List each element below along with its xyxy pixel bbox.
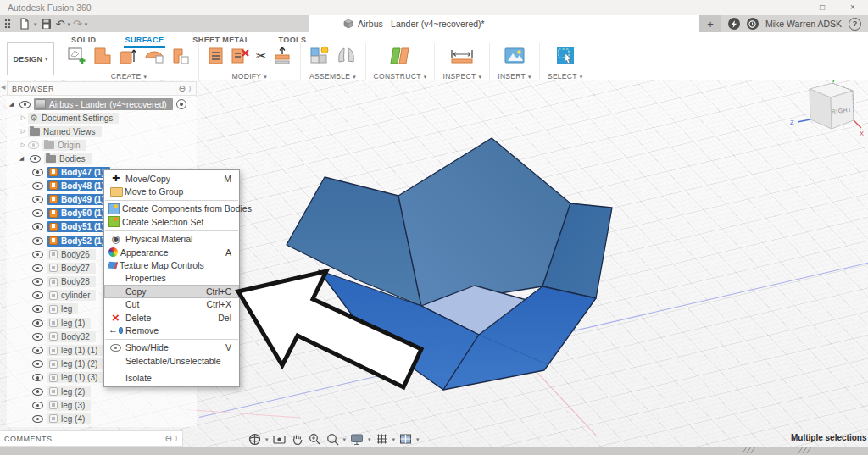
body-visibility-eye-icon[interactable]: [32, 182, 43, 190]
body-visibility-eye-icon[interactable]: [32, 264, 43, 272]
create-form-icon[interactable]: [92, 46, 113, 66]
viewports-caret[interactable]: ▾: [416, 436, 420, 442]
redo-caret[interactable]: ▾: [85, 21, 88, 27]
context-menu-item[interactable]: Appearance A: [104, 246, 239, 258]
close-button[interactable]: ×: [837, 0, 868, 15]
undo-icon[interactable]: ↶: [56, 19, 65, 30]
body-visibility-eye-icon[interactable]: [32, 237, 43, 245]
comments-chevron-icon[interactable]: ⟩: [175, 435, 178, 442]
workspace-selector[interactable]: DESIGN ▾: [7, 42, 54, 75]
group-label-inspect[interactable]: INSPECT▾: [442, 72, 481, 80]
context-menu-item[interactable]: Cut Ctrl+X: [104, 298, 239, 311]
tree-item-origin[interactable]: ▷ Origin: [7, 138, 197, 152]
collapse-icon[interactable]: ▷: [19, 114, 28, 121]
bodies-visibility-eye-icon[interactable]: [30, 155, 41, 163]
tree-root-row[interactable]: ◢ Airbus - Lander (v4~recovered): [7, 97, 197, 111]
notification-clock-icon[interactable]: [747, 18, 759, 30]
context-menu-item[interactable]: Move to Group: [104, 185, 239, 197]
body-visibility-eye-icon[interactable]: [32, 319, 43, 327]
sweep-icon[interactable]: [170, 46, 191, 66]
body-visibility-eye-icon[interactable]: [32, 305, 43, 313]
group-label-create[interactable]: CREATE▾: [111, 72, 147, 80]
context-menu-item[interactable]: Delete Del: [104, 311, 239, 324]
context-menu-item[interactable]: Isolate: [104, 371, 239, 384]
group-label-insert[interactable]: INSERT▾: [498, 72, 531, 80]
body-visibility-eye-icon[interactable]: [32, 209, 43, 217]
user-account-button[interactable]: Mike Warren ADSK: [765, 19, 842, 29]
body-visibility-eye-icon[interactable]: [32, 415, 43, 423]
thicken-icon[interactable]: [272, 45, 292, 67]
press-pull-icon[interactable]: [207, 46, 225, 66]
context-menu-item[interactable]: Show/Hide V: [104, 341, 239, 354]
app-grid-icon[interactable]: [2, 17, 15, 31]
body-visibility-eye-icon[interactable]: [32, 333, 43, 341]
tree-item-bodies[interactable]: ◢ Bodies: [7, 152, 197, 165]
root-visibility-eye-icon[interactable]: [19, 101, 31, 108]
revolve-icon[interactable]: [143, 46, 165, 66]
comments-minimize-icon[interactable]: ⊖: [164, 434, 172, 443]
group-label-construct[interactable]: CONSTRUCT▾: [374, 72, 427, 80]
extrude-icon[interactable]: [118, 45, 138, 67]
create-sketch-icon[interactable]: [67, 46, 87, 66]
group-label-select[interactable]: SELECT▾: [548, 72, 583, 80]
document-tab[interactable]: Airbus - Lander (v4~recovered)* ×: [309, 15, 715, 32]
origin-visibility-eye-icon[interactable]: [28, 141, 39, 149]
orbit-caret[interactable]: ▾: [265, 436, 269, 442]
context-menu-item[interactable]: Create Components from Bodies: [104, 203, 239, 215]
insert-image-icon[interactable]: [504, 46, 526, 66]
context-menu-item[interactable]: Copy Ctrl+C: [104, 285, 239, 297]
display-settings-caret[interactable]: ▾: [368, 436, 371, 442]
save-icon[interactable]: [40, 17, 53, 31]
context-menu-item[interactable]: Create Selection Set: [104, 215, 239, 228]
body-visibility-eye-icon[interactable]: [32, 402, 43, 409]
context-menu-item[interactable]: Texture Map Controls: [104, 258, 239, 271]
delete-face-icon[interactable]: [231, 46, 251, 66]
help-icon[interactable]: ?: [849, 18, 861, 31]
joint-icon[interactable]: [336, 45, 358, 67]
collapse-icon[interactable]: ▷: [19, 141, 28, 148]
tree-item-document-settings[interactable]: ▷ ⚙ Document Settings: [7, 111, 197, 125]
body-visibility-eye-icon[interactable]: [32, 374, 43, 381]
collapse-icon[interactable]: ▷: [19, 128, 28, 135]
job-status-icon[interactable]: [728, 18, 740, 30]
body-visibility-eye-icon[interactable]: [32, 347, 43, 354]
root-expand-icon[interactable]: ◢: [7, 101, 16, 108]
context-menu-item[interactable]: Remove: [104, 324, 239, 336]
tree-item-body[interactable]: leg (4): [7, 412, 197, 425]
group-label-modify[interactable]: MODIFY▾: [231, 72, 267, 80]
grid-snap-caret[interactable]: ▾: [392, 436, 396, 442]
maximize-button[interactable]: □: [807, 0, 837, 15]
tree-item-named-views[interactable]: ▷ Named Views: [7, 125, 197, 138]
body-visibility-eye-icon[interactable]: [32, 169, 43, 176]
group-label-assemble[interactable]: ASSEMBLE▾: [309, 72, 356, 80]
browser-header[interactable]: BROWSER ⊖ ⟩: [7, 81, 197, 96]
undo-caret[interactable]: ▾: [67, 21, 70, 27]
minimize-button[interactable]: –: [776, 0, 807, 15]
measure-icon[interactable]: [449, 47, 475, 65]
new-component-icon[interactable]: [309, 45, 331, 67]
activate-component-icon[interactable]: [176, 99, 186, 109]
body-visibility-eye-icon[interactable]: [32, 196, 43, 203]
browser-chevron-icon[interactable]: ⟩: [188, 85, 192, 92]
context-menu-item[interactable]: Properties: [104, 272, 239, 285]
browser-minimize-icon[interactable]: ⊖: [178, 84, 186, 93]
trim-scissors-icon[interactable]: ✂: [256, 48, 267, 64]
file-menu-caret[interactable]: ▾: [34, 21, 37, 27]
body-visibility-eye-icon[interactable]: [32, 388, 43, 396]
context-menu-item[interactable]: Selectable/Unselectable: [104, 354, 239, 367]
body-visibility-eye-icon[interactable]: [32, 223, 43, 230]
tree-item-body[interactable]: leg (3): [7, 398, 197, 412]
context-menu-item[interactable]: Move/Copy M: [104, 172, 239, 185]
select-icon[interactable]: [554, 45, 576, 67]
context-menu-item[interactable]: Physical Material: [104, 233, 239, 246]
expand-icon[interactable]: ◢: [17, 155, 26, 162]
body-visibility-eye-icon[interactable]: [32, 251, 43, 258]
body-visibility-eye-icon[interactable]: [32, 291, 43, 299]
file-icon[interactable]: [18, 17, 31, 31]
zoom-window-caret[interactable]: ▾: [343, 436, 347, 442]
new-tab-button[interactable]: +: [699, 15, 721, 32]
construct-plane-icon[interactable]: [388, 45, 412, 67]
body-visibility-eye-icon[interactable]: [32, 278, 43, 286]
redo-icon[interactable]: ↷: [73, 19, 82, 30]
browser-collapse-icon[interactable]: ◀: [1, 84, 5, 91]
